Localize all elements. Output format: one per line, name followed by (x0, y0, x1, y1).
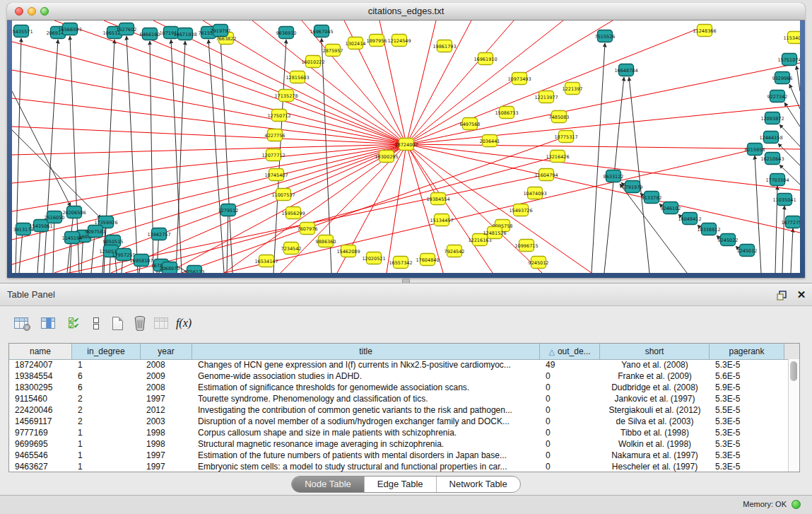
tab-node-table[interactable]: Node Table (292, 477, 365, 492)
table-cell[interactable]: 5.3E-5 (710, 416, 784, 427)
table-cell[interactable]: 1997 (141, 461, 192, 472)
table-cell[interactable]: de Silva et al. (2003) (600, 416, 710, 427)
table-cell[interactable]: Estimation of the future numbers of pati… (192, 450, 540, 461)
table-cell[interactable]: 1 (72, 450, 141, 461)
column-header-pagerank[interactable]: pagerank (710, 344, 784, 359)
table-row[interactable]: 1938455462009Genome-wide association stu… (9, 370, 789, 382)
table-row[interactable]: 1456911722003Disruption of a novel membe… (9, 416, 789, 427)
table-row[interactable]: 1872400712008Changes of HCN gene express… (9, 359, 789, 370)
table-cell[interactable]: 5.3E-5 (710, 427, 784, 438)
table-cell[interactable]: 14569117 (9, 416, 72, 427)
table-cell[interactable]: Tourette syndrome. Phenomenology and cla… (192, 393, 540, 404)
table-cell[interactable]: 9465546 (9, 450, 72, 461)
selection-mode-button[interactable]: ☑✔☑✔ (64, 313, 83, 334)
column-header-name[interactable]: name (9, 344, 72, 359)
delete-table-button[interactable] (151, 313, 171, 334)
table-cell[interactable]: 1 (72, 461, 141, 472)
table-row[interactable]: 946362711997Embryonic stem cells: a mode… (9, 461, 789, 472)
table-cell[interactable]: 5.6E-5 (710, 370, 784, 382)
zoom-window-button[interactable] (40, 7, 49, 16)
table-cell[interactable]: Investigating the contribution of common… (192, 404, 540, 416)
row-boxes-button[interactable] (86, 313, 106, 334)
table-cell[interactable]: 0 (540, 450, 600, 461)
memory-status-indicator[interactable] (792, 500, 801, 509)
table-cell[interactable]: 9777169 (9, 427, 72, 438)
table-cell[interactable]: 9115460 (9, 393, 72, 404)
table-cell[interactable]: 1997 (141, 450, 192, 461)
table-cell[interactable]: 2 (72, 404, 141, 416)
table-cell[interactable]: 0 (540, 427, 600, 438)
table-row[interactable]: 911546021997Tourette syndrome. Phenomeno… (9, 393, 789, 404)
table-cell[interactable]: 5.3E-5 (710, 461, 784, 472)
table-cell[interactable]: 0 (540, 393, 600, 404)
table-cell[interactable]: 2008 (141, 382, 192, 393)
table-cell[interactable]: Hescheler et al. (1997) (600, 461, 710, 472)
table-cell[interactable]: Changes of HCN gene expression and I(f) … (192, 359, 540, 370)
table-row[interactable]: 1830029562008Estimation of significance … (9, 382, 789, 393)
table-cell[interactable]: Genome-wide association studies in ADHD. (192, 370, 540, 382)
close-panel-icon[interactable]: ✕ (796, 288, 807, 302)
function-builder-button[interactable]: f(x) (174, 313, 194, 334)
table-cell[interactable]: 1 (72, 438, 141, 450)
new-column-button[interactable] (107, 313, 127, 334)
table-cell[interactable]: 22420046 (9, 404, 72, 416)
column-visibility-button[interactable] (38, 313, 58, 334)
table-settings-button[interactable] (11, 313, 31, 334)
window-titlebar[interactable]: citations_edges.txt (7, 3, 805, 21)
table-cell[interactable]: 2008 (141, 359, 192, 370)
table-cell[interactable]: Franke et al. (2009) (600, 370, 710, 382)
table-cell[interactable]: Stergiakouli et al. (2012) (600, 404, 710, 416)
table-cell[interactable]: 9463627 (9, 461, 72, 472)
table-cell[interactable]: Dudbridge et al. (2008) (600, 382, 710, 393)
table-cell[interactable]: 0 (540, 404, 600, 416)
vertical-scrollbar[interactable] (788, 359, 799, 472)
table-cell[interactable]: Corpus callosum shape and size in male p… (192, 427, 540, 438)
table-cell[interactable]: 1 (72, 427, 141, 438)
column-header-title[interactable]: title (192, 344, 540, 359)
table-cell[interactable]: 0 (540, 416, 600, 427)
table-cell[interactable]: 1998 (141, 427, 192, 438)
table-cell[interactable]: 2009 (141, 370, 192, 382)
table-cell[interactable]: 1 (72, 359, 141, 370)
column-header-out_de[interactable]: △out_de... (540, 344, 600, 359)
table-cell[interactable]: 18300295 (9, 382, 72, 393)
table-cell[interactable]: 6 (72, 370, 141, 382)
table-cell[interactable]: Nakamura et al. (1997) (600, 450, 710, 461)
table-cell[interactable]: 5.3E-5 (710, 393, 784, 404)
table-cell[interactable]: Yano et al. (2008) (600, 359, 710, 370)
delete-column-button[interactable] (130, 313, 150, 334)
table-cell[interactable]: 19384554 (9, 370, 72, 382)
table-row[interactable]: 977716911998Corpus callosum shape and si… (9, 427, 789, 438)
table-cell[interactable]: Estimation of significance thresholds fo… (192, 382, 540, 393)
table-cell[interactable]: 1998 (141, 438, 192, 450)
table-cell[interactable]: 5.3E-5 (710, 438, 784, 450)
table-cell[interactable]: 2 (72, 393, 141, 404)
scrollbar-thumb[interactable] (790, 361, 797, 381)
table-cell[interactable]: 0 (540, 370, 600, 382)
network-canvas[interactable]: 1872400712124549198617931696191010973493… (12, 21, 800, 273)
table-row[interactable]: 969969511998Structural magnetic resonanc… (9, 438, 789, 450)
table-cell[interactable]: 2012 (141, 404, 192, 416)
column-header-year[interactable]: year (141, 344, 192, 359)
table-cell[interactable]: 1997 (141, 393, 192, 404)
table-cell[interactable]: 0 (540, 461, 600, 472)
table-cell[interactable]: 49 (540, 359, 600, 370)
float-panel-icon[interactable] (775, 289, 788, 302)
column-header-in_degree[interactable]: in_degree (72, 344, 141, 359)
table-cell[interactable]: 5.3E-5 (710, 450, 784, 461)
table-cell[interactable]: 0 (540, 438, 600, 450)
column-header-short[interactable]: short (600, 344, 710, 359)
table-cell[interactable]: 2 (72, 416, 141, 427)
table-cell[interactable]: Embryonic stem cells: a model to study s… (192, 461, 540, 472)
table-cell[interactable]: 5.9E-5 (710, 382, 784, 393)
citation-graph[interactable]: 1872400712124549198617931696191010973493… (12, 21, 800, 273)
table-cell[interactable]: 6 (72, 382, 141, 393)
table-cell[interactable]: 18724007 (9, 359, 72, 370)
table-cell[interactable]: 9699695 (9, 438, 72, 450)
table-row[interactable]: 2242004622012Investigating the contribut… (9, 404, 789, 416)
table-row[interactable]: 946554611997Estimation of the future num… (9, 450, 789, 461)
table-cell[interactable]: 5.3E-5 (710, 359, 784, 370)
table-cell[interactable]: 5.5E-5 (710, 404, 784, 416)
tab-network-table[interactable]: Network Table (437, 477, 520, 492)
close-window-button[interactable] (15, 7, 23, 16)
